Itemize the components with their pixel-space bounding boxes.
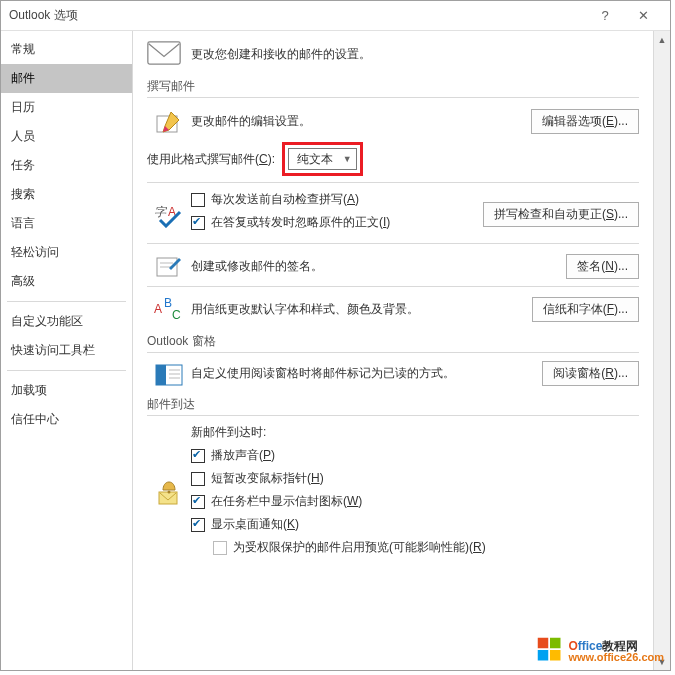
- compose-format-select[interactable]: 纯文本 ▼: [288, 148, 357, 170]
- nav-tasks[interactable]: 任务: [1, 151, 132, 180]
- page-description: 更改您创建和接收的邮件的设置。: [191, 46, 371, 63]
- main-panel: 更改您创建和接收的邮件的设置。 撰写邮件 更改邮件的编辑设置。 编辑器选项(E)…: [133, 31, 653, 670]
- divider: [147, 97, 639, 98]
- signature-icon: [147, 252, 191, 280]
- nav-separator: [7, 370, 126, 371]
- signature-text: 创建或修改邮件的签名。: [191, 258, 560, 275]
- scroll-up-arrow[interactable]: ▲: [654, 31, 670, 48]
- svg-rect-19: [538, 650, 549, 661]
- desktop-alert-label: 显示桌面通知(K): [211, 516, 299, 533]
- preview-protected-checkbox[interactable]: [213, 541, 227, 555]
- preview-protected-label: 为受权限保护的邮件启用预览(可能影响性能)(R): [233, 539, 486, 556]
- ignore-original-checkbox[interactable]: [191, 216, 205, 230]
- highlight-box: 纯文本 ▼: [282, 142, 363, 176]
- svg-rect-17: [538, 638, 549, 649]
- nav-advanced[interactable]: 高级: [1, 267, 132, 296]
- nav-calendar[interactable]: 日历: [1, 93, 132, 122]
- group-pane-label: Outlook 窗格: [147, 333, 639, 350]
- divider: [147, 243, 639, 244]
- group-arrival-label: 邮件到达: [147, 396, 639, 413]
- divider: [147, 182, 639, 183]
- nav-separator: [7, 301, 126, 302]
- options-sidebar: 常规 邮件 日历 人员 任务 搜索 语言 轻松访问 高级 自定义功能区 快速访问…: [1, 31, 133, 670]
- divider: [147, 415, 639, 416]
- watermark-brand: Office教程网: [568, 638, 664, 652]
- stationery-icon: ABC: [147, 295, 191, 323]
- taskbar-envelope-label: 在任务栏中显示信封图标(W): [211, 493, 362, 510]
- signatures-button[interactable]: 签名(N)...: [566, 254, 639, 279]
- svg-rect-20: [550, 650, 561, 661]
- change-pointer-checkbox[interactable]: [191, 472, 205, 486]
- nav-general[interactable]: 常规: [1, 35, 132, 64]
- divider: [147, 352, 639, 353]
- close-button[interactable]: ✕: [624, 2, 662, 30]
- titlebar: Outlook 选项 ? ✕: [1, 1, 670, 31]
- change-pointer-label: 短暂改变鼠标指针(H): [211, 470, 324, 487]
- nav-access[interactable]: 轻松访问: [1, 238, 132, 267]
- stationery-text: 用信纸更改默认字体和样式、颜色及背景。: [191, 301, 526, 318]
- vertical-scrollbar[interactable]: ▲ ▼: [653, 31, 670, 670]
- play-sound-checkbox[interactable]: [191, 449, 205, 463]
- desktop-alert-checkbox[interactable]: [191, 518, 205, 532]
- watermark: Office教程网 www.office26.com: [536, 636, 664, 664]
- svg-text:A: A: [154, 302, 162, 316]
- svg-point-16: [168, 491, 171, 494]
- window-title: Outlook 选项: [9, 7, 586, 24]
- nav-customize-ribbon[interactable]: 自定义功能区: [1, 307, 132, 336]
- reading-pane-button[interactable]: 阅读窗格(R)...: [542, 361, 639, 386]
- watermark-url: www.office26.com: [568, 652, 664, 663]
- nav-addins[interactable]: 加载项: [1, 376, 132, 405]
- svg-rect-0: [148, 42, 180, 64]
- nav-language[interactable]: 语言: [1, 209, 132, 238]
- ignore-original-label: 在答复或转发时忽略原件的正文(I): [211, 214, 390, 231]
- nav-trust[interactable]: 信任中心: [1, 405, 132, 434]
- edit-icon: [147, 106, 191, 136]
- compose-format-label: 使用此格式撰写邮件(C):: [147, 151, 275, 168]
- nav-mail[interactable]: 邮件: [1, 64, 132, 93]
- help-button[interactable]: ?: [586, 2, 624, 30]
- nav-qat[interactable]: 快速访问工具栏: [1, 336, 132, 365]
- reading-pane-text: 自定义使用阅读窗格时将邮件标记为已读的方式。: [191, 365, 536, 382]
- spellcheck-options-button[interactable]: 拼写检查和自动更正(S)...: [483, 202, 639, 227]
- taskbar-envelope-checkbox[interactable]: [191, 495, 205, 509]
- reading-pane-icon: [147, 362, 191, 386]
- bell-icon: [147, 478, 191, 508]
- group-compose-label: 撰写邮件: [147, 78, 639, 95]
- svg-rect-18: [550, 638, 561, 649]
- editor-options-button[interactable]: 编辑器选项(E)...: [531, 109, 639, 134]
- chevron-down-icon: ▼: [343, 154, 352, 164]
- compose-format-value: 纯文本: [297, 151, 333, 168]
- arrival-heading: 新邮件到达时:: [191, 424, 639, 441]
- watermark-logo-icon: [536, 636, 564, 664]
- spellcheck-icon: 字A: [147, 200, 191, 228]
- nav-search[interactable]: 搜索: [1, 180, 132, 209]
- stationery-fonts-button[interactable]: 信纸和字体(F)...: [532, 297, 639, 322]
- compose-edit-text: 更改邮件的编辑设置。: [191, 113, 525, 130]
- svg-text:C: C: [172, 308, 181, 322]
- play-sound-label: 播放声音(P): [211, 447, 275, 464]
- svg-text:字: 字: [154, 205, 168, 219]
- envelope-icon: [147, 41, 181, 68]
- spellcheck-label: 每次发送前自动检查拼写(A): [211, 191, 359, 208]
- svg-rect-11: [156, 365, 166, 385]
- spellcheck-checkbox[interactable]: [191, 193, 205, 207]
- svg-text:B: B: [164, 297, 172, 310]
- svg-rect-15: [159, 492, 177, 504]
- nav-people[interactable]: 人员: [1, 122, 132, 151]
- divider: [147, 286, 639, 287]
